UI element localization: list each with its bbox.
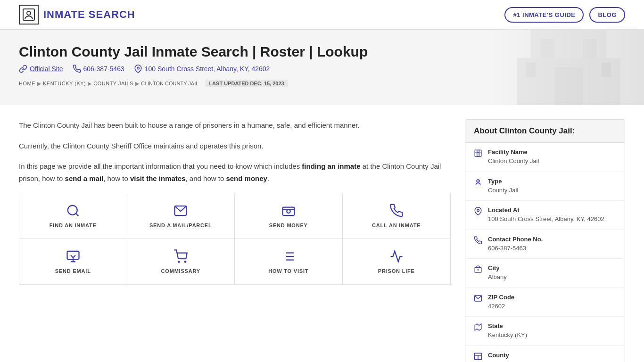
- address-link: 100 South Cross Street, Albany, KY, 4260…: [134, 65, 270, 73]
- building-icon: [474, 149, 482, 160]
- sidebar-row-located-at: Located At 100 South Cross Street, Alban…: [465, 201, 625, 230]
- svg-point-29: [478, 181, 479, 181]
- sidebar-row-city: City Albany: [465, 259, 625, 288]
- facility-name-value: Clinton County Jail: [488, 156, 539, 166]
- guide-button[interactable]: #1 INMATE'S GUIDE: [504, 7, 584, 23]
- hero-content: Clinton County Jail Inmate Search | Rost…: [19, 44, 625, 87]
- zip-label: ZIP Code: [488, 294, 514, 301]
- located-at-value: 100 South Cross Street, Albany, KY, 4260…: [488, 214, 604, 224]
- action-how-to-visit[interactable]: HOW TO VISIT: [235, 239, 343, 284]
- svg-line-11: [76, 214, 78, 216]
- phone-number: 606-387-5463: [83, 65, 124, 73]
- sidebar-card-title: About Clinton County Jail:: [465, 120, 625, 143]
- facility-name-content: Facility Name Clinton County Jail: [488, 148, 539, 166]
- main-content: The Clinton County Jail has been built t…: [19, 119, 451, 362]
- action-grid: FIND AN INMATE SEND A MAIL/PARCEL SEND M…: [19, 193, 451, 285]
- zip-value: 42602: [488, 302, 514, 311]
- city-label: City: [488, 264, 507, 272]
- action-send-money-label: SEND MONEY: [269, 222, 308, 228]
- svg-point-1: [27, 11, 31, 15]
- pulse-icon: [389, 249, 404, 263]
- svg-point-18: [178, 261, 180, 263]
- pin-icon: [474, 207, 482, 218]
- address-text: 100 South Cross Street, Albany, KY, 4260…: [145, 65, 270, 73]
- svg-rect-26: [475, 150, 481, 156]
- type-label: Type: [488, 178, 518, 185]
- list-icon: [281, 249, 296, 263]
- breadcrumb-category[interactable]: COUNTY JAILS: [93, 81, 133, 86]
- sidebar-row-phone: Contact Phone No. 606-387-5463: [465, 230, 625, 259]
- svg-rect-27: [477, 152, 479, 156]
- svg-point-30: [477, 209, 479, 212]
- action-send-email[interactable]: SEND EMAIL: [19, 239, 127, 284]
- main-layout: The Clinton County Jail has been built t…: [0, 105, 644, 362]
- search-icon: [66, 204, 80, 218]
- svg-point-9: [137, 67, 139, 69]
- phone-value: 606-387-5463: [488, 244, 543, 253]
- paragraph-1: The Clinton County Jail has been built t…: [19, 119, 451, 132]
- phone-label: Contact Phone No.: [488, 236, 543, 243]
- svg-point-19: [185, 261, 186, 263]
- action-send-mail-label: SEND A MAIL/PARCEL: [149, 222, 212, 228]
- county-icon: [474, 352, 482, 362]
- action-prison-life-label: PRISON LIFE: [378, 268, 415, 274]
- city-content: City Albany: [488, 264, 507, 282]
- county-label: County: [488, 352, 528, 359]
- official-site-label: Official Site: [30, 65, 63, 73]
- action-commissary[interactable]: COMMISSARY: [127, 239, 235, 284]
- type-icon: [474, 178, 482, 189]
- action-prison-life[interactable]: PRISON LIFE: [343, 239, 451, 284]
- county-content: County Clinton County: [488, 352, 528, 362]
- paragraph-3: In this page we provide all the importan…: [19, 160, 451, 184]
- official-site-link[interactable]: Official Site: [19, 65, 63, 73]
- svg-rect-13: [282, 207, 294, 216]
- phone-content: Contact Phone No. 606-387-5463: [488, 236, 543, 253]
- sidebar-row-state: State Kentucky (KY): [465, 317, 625, 346]
- sidebar-row-facility-name: Facility Name Clinton County Jail: [465, 143, 625, 172]
- breadcrumb-sep-3: ▶: [135, 81, 139, 87]
- breadcrumb-home[interactable]: HOME: [19, 81, 35, 86]
- state-label: State: [488, 322, 527, 329]
- sidebar-row-county: County Clinton County: [465, 346, 625, 362]
- type-content: Type County Jail: [488, 178, 518, 195]
- header-nav: #1 INMATE'S GUIDE BLOG: [504, 7, 625, 23]
- action-find-inmate[interactable]: FIND AN INMATE: [19, 193, 127, 239]
- email-icon: [66, 249, 80, 263]
- city-icon: [474, 265, 482, 276]
- header: INMATE SEARCH #1 INMATE'S GUIDE BLOG: [0, 0, 644, 30]
- svg-point-10: [68, 206, 77, 215]
- zip-content: ZIP Code 42602: [488, 294, 514, 311]
- sidebar-row-zip: ZIP Code 42602: [465, 288, 625, 317]
- state-value: Kentucky (KY): [488, 330, 527, 340]
- located-at-content: Located At 100 South Cross Street, Alban…: [488, 206, 604, 224]
- state-content: State Kentucky (KY): [488, 322, 527, 340]
- breadcrumb-state[interactable]: KENTUCKY (KY): [43, 81, 86, 86]
- city-value: Albany: [488, 272, 507, 282]
- county-value: Clinton County: [488, 360, 528, 362]
- phone-link[interactable]: 606-387-5463: [73, 65, 124, 73]
- state-icon: [474, 323, 482, 334]
- breadcrumb: HOME ▶ KENTUCKY (KY) ▶ COUNTY JAILS ▶ CL…: [19, 80, 625, 87]
- action-send-money[interactable]: SEND MONEY: [235, 193, 343, 239]
- bold-send-mail: send a mail: [65, 174, 104, 182]
- zip-icon: [474, 294, 482, 305]
- facility-name-label: Facility Name: [488, 148, 539, 156]
- last-updated: LAST UPDATED DEC. 15, 2023: [205, 80, 288, 87]
- sidebar-rows: Facility Name Clinton County Jail Type: [465, 143, 625, 362]
- contact-phone-icon: [474, 236, 482, 247]
- action-find-inmate-label: FIND AN INMATE: [50, 222, 97, 228]
- action-how-to-visit-label: HOW TO VISIT: [268, 268, 308, 274]
- action-send-email-label: SEND EMAIL: [55, 268, 91, 274]
- hero-section: Clinton County Jail Inmate Search | Rost…: [0, 30, 644, 105]
- breadcrumb-sep-1: ▶: [37, 81, 41, 87]
- blog-button[interactable]: BLOG: [589, 7, 625, 23]
- page-title: Clinton County Jail Inmate Search | Rost…: [19, 44, 625, 60]
- located-at-label: Located At: [488, 206, 604, 214]
- phone-icon: [389, 204, 404, 218]
- action-call-inmate[interactable]: CALL AN INMATE: [343, 193, 451, 239]
- mail-icon: [173, 204, 188, 218]
- hero-meta: Official Site 606-387-5463 100 South Cro…: [19, 65, 625, 73]
- logo-icon: [19, 5, 39, 25]
- action-send-mail[interactable]: SEND A MAIL/PARCEL: [127, 193, 235, 239]
- sidebar-card: About Clinton County Jail: Facility Name…: [465, 119, 625, 362]
